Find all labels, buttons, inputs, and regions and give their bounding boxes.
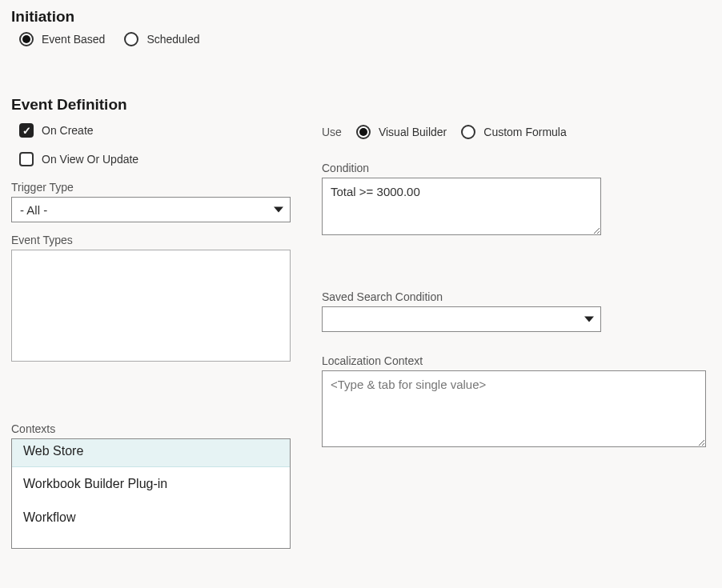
trigger-type-select[interactable]: - All - — [11, 197, 291, 222]
radio-event-based[interactable]: Event Based — [19, 32, 105, 46]
condition-textarea[interactable] — [322, 178, 601, 235]
radio-label: Custom Formula — [483, 126, 566, 138]
chevron-down-icon — [274, 207, 283, 213]
event-types-listbox[interactable] — [11, 250, 291, 362]
initiation-title: Initiation — [11, 8, 711, 26]
radio-visual-builder[interactable]: Visual Builder — [356, 125, 447, 139]
trigger-type-label: Trigger Type — [11, 181, 299, 194]
checkbox-label: On View Or Update — [42, 153, 138, 166]
saved-search-condition-label: Saved Search Condition — [322, 290, 711, 303]
radio-label: Scheduled — [146, 33, 199, 46]
radio-icon — [461, 125, 475, 139]
list-item[interactable]: Workflow — [12, 501, 290, 534]
localization-context-textarea[interactable] — [322, 370, 706, 447]
radio-scheduled[interactable]: Scheduled — [124, 32, 199, 46]
radio-icon — [356, 125, 371, 139]
radio-icon — [19, 32, 34, 46]
contexts-listbox[interactable]: Web Store Workbook Builder Plug-in Workf… — [11, 438, 291, 549]
chevron-down-icon — [584, 317, 594, 322]
saved-search-condition-select[interactable] — [322, 306, 601, 332]
event-definition-title: Event Definition — [11, 96, 711, 114]
list-item[interactable]: Workbook Builder Plug-in — [12, 467, 290, 501]
radio-icon — [124, 32, 138, 46]
radio-label: Event Based — [42, 33, 105, 46]
checkbox-label: On Create — [42, 124, 94, 137]
checkbox-on-view-or-update[interactable]: ✓ On View Or Update — [19, 152, 299, 166]
checkbox-icon: ✓ — [19, 152, 34, 166]
checkbox-icon: ✓ — [19, 123, 34, 138]
use-label: Use — [322, 126, 342, 138]
localization-context-label: Localization Context — [322, 354, 711, 367]
radio-custom-formula[interactable]: Custom Formula — [461, 125, 566, 139]
checkbox-on-create[interactable]: ✓ On Create — [19, 123, 299, 138]
contexts-label: Contexts — [11, 422, 299, 435]
select-value: - All - — [20, 203, 47, 217]
radio-label: Visual Builder — [379, 126, 447, 138]
event-types-label: Event Types — [11, 234, 299, 246]
condition-label: Condition — [322, 162, 711, 174]
list-item[interactable]: Web Store — [12, 439, 290, 467]
